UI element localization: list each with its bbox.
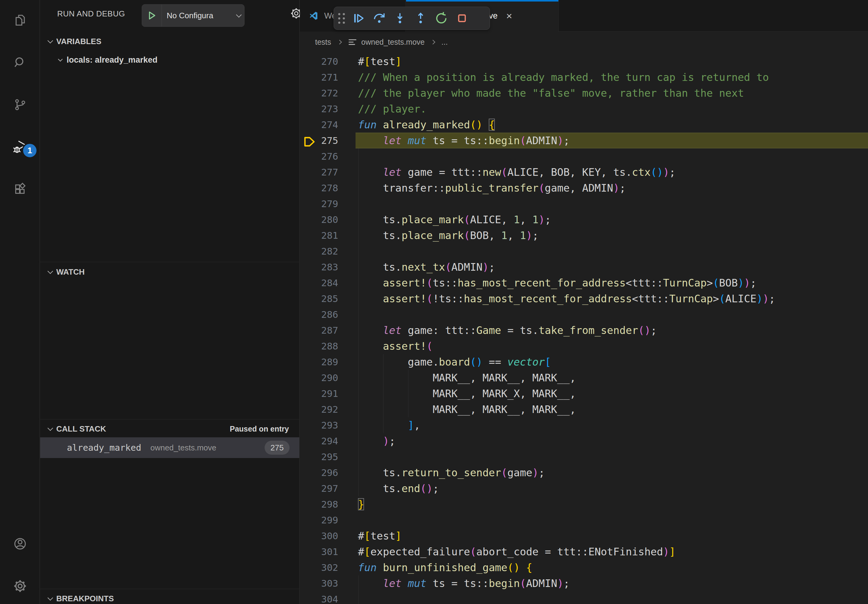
account-icon[interactable]	[0, 528, 40, 559]
code-line-303[interactable]: 303 let mut ts = ts::begin(ADMIN);	[300, 575, 868, 591]
code-line-282[interactable]: 282	[300, 243, 868, 259]
watch-section-header[interactable]: WATCH	[40, 263, 299, 280]
code-line-295[interactable]: 295	[300, 449, 868, 465]
code-line-284[interactable]: 284 assert!(ts::has_most_recent_for_addr…	[300, 275, 868, 291]
code-text: assert!(	[358, 338, 433, 354]
code-line-279[interactable]: 279	[300, 196, 868, 212]
code-line-281[interactable]: 281 ts.place_mark(BOB, 1, 1);	[300, 228, 868, 243]
stop-button[interactable]	[452, 7, 472, 30]
explorer-icon[interactable]	[0, 5, 40, 35]
locals-scope-row[interactable]: locals: already_marked	[40, 51, 299, 69]
code-line-276[interactable]: 276	[300, 149, 868, 164]
sidebar-title: RUN AND DEBUG	[57, 9, 125, 19]
line-number[interactable]: 279	[300, 196, 338, 212]
line-number[interactable]: 270	[300, 54, 338, 69]
continue-button[interactable]	[348, 7, 369, 30]
line-number[interactable]: 283	[300, 259, 338, 275]
breakpoints-section-header[interactable]: BREAKPOINTS	[40, 590, 299, 604]
code-line-286[interactable]: 286	[300, 307, 868, 322]
code-line-271[interactable]: 271/// When a position is already marked…	[300, 69, 868, 85]
line-number[interactable]: 273	[300, 101, 338, 117]
line-number[interactable]: 296	[300, 465, 338, 480]
close-icon[interactable]: ×	[506, 11, 512, 21]
breadcrumb-more[interactable]: ...	[441, 38, 448, 46]
line-number[interactable]: 299	[300, 512, 338, 528]
line-number[interactable]: 287	[300, 322, 338, 338]
code-line-277[interactable]: 277 let game = ttt::new(ALICE, BOB, KEY,…	[300, 164, 868, 180]
code-line-283[interactable]: 283 ts.next_tx(ADMIN);	[300, 259, 868, 275]
code-text: MARK__, MARK_X, MARK__,	[358, 386, 576, 401]
line-number[interactable]: 286	[300, 307, 338, 322]
code-line-290[interactable]: 290 MARK__, MARK__, MARK__,	[300, 370, 868, 386]
line-number[interactable]: 302	[300, 560, 338, 575]
code-line-304[interactable]: 304	[300, 591, 868, 604]
line-number[interactable]: 288	[300, 338, 338, 354]
extensions-icon[interactable]	[0, 174, 40, 204]
line-number[interactable]: 285	[300, 291, 338, 307]
step-over-button[interactable]	[369, 7, 390, 30]
code-line-285[interactable]: 285 assert!(!ts::has_most_recent_for_add…	[300, 291, 868, 307]
variables-section-header[interactable]: VARIABLES	[40, 33, 299, 50]
source-control-icon[interactable]	[0, 90, 40, 120]
code-line-270[interactable]: 270#[test]	[300, 54, 868, 69]
breadcrumb-file[interactable]: owned_tests.move	[361, 38, 425, 46]
line-number[interactable]: 304	[300, 591, 338, 604]
code-line-299[interactable]: 299	[300, 512, 868, 528]
step-into-button[interactable]	[390, 7, 410, 30]
restart-button[interactable]	[431, 7, 452, 30]
breadcrumb-folder[interactable]: tests	[315, 38, 331, 46]
line-number[interactable]: 272	[300, 85, 338, 101]
code-line-296[interactable]: 296 ts.return_to_sender(game);	[300, 465, 868, 480]
debug-config-dropdown[interactable]: No Configura	[142, 4, 245, 27]
line-number[interactable]: 274	[300, 117, 338, 133]
code-line-289[interactable]: 289 game.board() == vector[	[300, 354, 868, 370]
step-out-button[interactable]	[410, 7, 431, 30]
line-number[interactable]: 271	[300, 69, 338, 85]
code-editor[interactable]: 270#[test]271/// When a position is alre…	[300, 52, 868, 604]
code-line-280[interactable]: 280 ts.place_mark(ALICE, 1, 1);	[300, 212, 868, 228]
code-text: #[test]	[358, 528, 401, 544]
code-line-294[interactable]: 294 );	[300, 433, 868, 449]
line-number[interactable]: 280	[300, 212, 338, 228]
line-number[interactable]: 293	[300, 417, 338, 433]
code-line-275[interactable]: 275 let mut ts = ts::begin(ADMIN);	[300, 133, 868, 149]
line-number[interactable]: 277	[300, 164, 338, 180]
code-line-298[interactable]: 298}	[300, 496, 868, 512]
line-number[interactable]: 300	[300, 528, 338, 544]
code-line-273[interactable]: 273/// player.	[300, 101, 868, 117]
code-line-278[interactable]: 278 transfer::public_transfer(game, ADMI…	[300, 180, 868, 196]
code-line-297[interactable]: 297 ts.end();	[300, 480, 868, 496]
code-line-274[interactable]: 274fun already_marked() {	[300, 117, 868, 133]
line-number[interactable]: 282	[300, 243, 338, 259]
run-and-debug-icon[interactable]: 1	[0, 132, 40, 162]
line-number[interactable]: 295	[300, 449, 338, 465]
line-number[interactable]: 281	[300, 228, 338, 243]
line-number[interactable]: 294	[300, 433, 338, 449]
code-line-287[interactable]: 287 let game: ttt::Game = ts.take_from_s…	[300, 322, 868, 338]
line-number[interactable]: 303	[300, 575, 338, 591]
line-number[interactable]: 301	[300, 544, 338, 560]
line-number[interactable]: 278	[300, 180, 338, 196]
call-stack-frame-row[interactable]: already_marked owned_tests.move 275	[40, 437, 299, 458]
line-number[interactable]: 297	[300, 480, 338, 496]
start-debug-icon[interactable]	[142, 4, 161, 27]
line-number[interactable]: 298	[300, 496, 338, 512]
search-icon[interactable]	[0, 47, 40, 77]
code-line-301[interactable]: 301#[expected_failure(abort_code = ttt::…	[300, 544, 868, 560]
line-number[interactable]: 289	[300, 354, 338, 370]
line-number[interactable]: 291	[300, 386, 338, 401]
code-line-292[interactable]: 292 MARK__, MARK__, MARK__,	[300, 401, 868, 417]
code-line-300[interactable]: 300#[test]	[300, 528, 868, 544]
code-line-291[interactable]: 291 MARK__, MARK_X, MARK__,	[300, 386, 868, 401]
line-number[interactable]: 275	[300, 133, 338, 149]
code-line-288[interactable]: 288 assert!(	[300, 338, 868, 354]
code-line-302[interactable]: 302fun burn_unfinished_game() {	[300, 560, 868, 575]
drag-grip-icon[interactable]	[338, 13, 345, 24]
code-line-272[interactable]: 272/// the player who made the "false" m…	[300, 85, 868, 101]
line-number[interactable]: 276	[300, 149, 338, 164]
code-line-293[interactable]: 293 ],	[300, 417, 868, 433]
line-number[interactable]: 292	[300, 401, 338, 417]
line-number[interactable]: 284	[300, 275, 338, 291]
settings-gear-icon[interactable]	[0, 571, 40, 601]
line-number[interactable]: 290	[300, 370, 338, 386]
